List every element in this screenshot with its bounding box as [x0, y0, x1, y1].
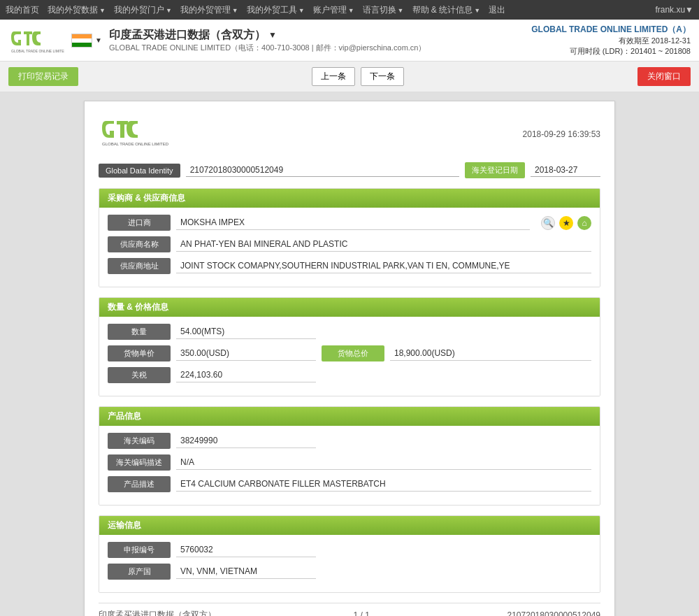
total-price-value: 18,900.00(USD) — [390, 347, 591, 361]
title-dropdown[interactable]: ▼ — [268, 30, 277, 40]
buyer-supplier-section: 采购商 & 供应商信息 进口商 MOKSHA IMPEX 🔍 ★ ⌂ 供应商名称… — [99, 188, 600, 287]
svg-text:GLOBAL TRADE ONLINE LIMITED: GLOBAL TRADE ONLINE LIMITED — [102, 142, 169, 146]
quantity-value: 54.00(MTS) — [176, 325, 316, 339]
origin-value: VN, VNM, VIETNAM — [176, 565, 316, 579]
header-bar: GLOBAL TRADE ONLINE LIMITED ▼ 印度孟买港进口数据（… — [0, 20, 699, 62]
nav-trade-data[interactable]: 我的外贸数据▼ — [48, 4, 106, 16]
svg-rect-2 — [27, 34, 29, 45]
quantity-price-section: 数量 & 价格信息 数量 54.00(MTS) 货物单价 350.00(USD)… — [99, 297, 600, 396]
header-left: GLOBAL TRADE ONLINE LIMITED ▼ 印度孟买港进口数据（… — [8, 24, 426, 56]
supplier-addr-row: 供应商地址 JOINT STOCK COMAPNY,SOUTHERN INDUS… — [108, 258, 591, 274]
star-icon[interactable]: ★ — [559, 216, 573, 230]
customs-date-label: 海关登记日期 — [465, 162, 525, 178]
card-footer-title: 印度孟买港进口数据（含双方） — [99, 609, 216, 616]
logo: GLOBAL TRADE ONLINE LIMITED — [8, 24, 64, 56]
card-footer-page: 1 / 1 — [354, 610, 370, 617]
product-section: 产品信息 海关编码 38249990 海关编码描述 N/A 产品描述 ET4 C… — [99, 406, 600, 506]
toolbar-right: 关闭窗口 — [637, 67, 691, 86]
supplier-row: 供应商名称 AN PHAT-YEN BAI MINERAL AND PLASTI… — [108, 236, 591, 252]
user-menu[interactable]: frank.xu▼ — [655, 5, 693, 15]
home-icon[interactable]: ⌂ — [577, 216, 591, 230]
search-icon[interactable]: 🔍 — [541, 216, 555, 230]
importer-value: MOKSHA IMPEX — [176, 216, 530, 230]
product-desc-label: 产品描述 — [108, 476, 171, 492]
tax-value: 224,103.60 — [176, 368, 316, 382]
buyer-supplier-body: 进口商 MOKSHA IMPEX 🔍 ★ ⌂ 供应商名称 AN PHAT-YEN… — [99, 208, 600, 287]
customs-desc-value: N/A — [176, 456, 591, 470]
prev-button[interactable]: 上一条 — [312, 67, 355, 86]
nav-home[interactable]: 我的首页 — [6, 4, 39, 16]
nav-management[interactable]: 我的外贸管理▼ — [180, 4, 238, 16]
nav-account[interactable]: 账户管理▼ — [313, 4, 354, 16]
quantity-row: 数量 54.00(MTS) — [108, 324, 591, 340]
transport-header: 运输信息 — [99, 516, 600, 535]
quantity-price-header: 数量 & 价格信息 — [99, 298, 600, 317]
nav-portal[interactable]: 我的外贸门户▼ — [114, 4, 172, 16]
nav-buttons: 上一条 下一条 — [312, 67, 404, 86]
origin-row: 原产国 VN, VNM, VIETNAM — [108, 564, 591, 580]
unit-price-value: 350.00(USD) — [176, 347, 316, 361]
svg-text:GLOBAL TRADE ONLINE LIMITED: GLOBAL TRADE ONLINE LIMITED — [11, 49, 64, 53]
origin-label: 原产国 — [108, 564, 171, 580]
flag-box: ▼ — [71, 34, 102, 48]
india-flag — [71, 34, 92, 48]
transport-body: 申报编号 5760032 原产国 VN, VNM, VIETNAM — [99, 535, 600, 592]
supplier-value: AN PHAT-YEN BAI MINERAL AND PLASTIC — [176, 238, 591, 252]
importer-label: 进口商 — [108, 215, 171, 231]
record-timestamp: 2018-09-29 16:39:53 — [523, 129, 600, 139]
svg-rect-6 — [120, 124, 124, 138]
global-data-value: 21072018030000512049 — [186, 164, 459, 177]
next-button[interactable]: 下一条 — [361, 67, 404, 86]
customs-code-row: 海关编码 38249990 — [108, 433, 591, 449]
flag-dropdown[interactable]: ▼ — [95, 36, 102, 44]
tax-row: 关税 224,103.60 — [108, 367, 591, 383]
price-row: 货物单价 350.00(USD) 货物总价 18,900.00(USD) — [108, 345, 591, 361]
buyer-supplier-header: 采购商 & 供应商信息 — [99, 189, 600, 208]
close-button[interactable]: 关闭窗口 — [637, 67, 691, 86]
company-name: GLOBAL TRADE ONLINE LIMITED（A） — [531, 24, 691, 36]
card-footer: 印度孟买港进口数据（含双方） 1 / 1 2107201803000051204… — [99, 603, 600, 616]
action-icons: 🔍 ★ ⌂ — [541, 216, 591, 230]
nav-language[interactable]: 语言切换▼ — [363, 4, 404, 16]
report-no-label: 申报编号 — [108, 542, 171, 558]
supplier-label: 供应商名称 — [108, 236, 171, 252]
nav-items: 我的首页 我的外贸数据▼ 我的外贸门户▼ 我的外贸管理▼ 我的外贸工具▼ 账户管… — [6, 4, 505, 16]
customs-desc-label: 海关编码描述 — [108, 454, 171, 471]
page-title: 印度孟买港进口数据（含双方） — [109, 28, 266, 43]
customs-date-value: 2018-03-27 — [531, 164, 600, 177]
tax-label: 关税 — [108, 367, 171, 383]
logo-svg: GLOBAL TRADE ONLINE LIMITED — [8, 24, 64, 56]
record-card: GLOBAL TRADE ONLINE LIMITED 2018-09-29 1… — [84, 101, 615, 616]
transport-section: 运输信息 申报编号 5760032 原产国 VN, VNM, VIETNAM — [99, 515, 600, 593]
product-desc-row: 产品描述 ET4 CALCIUM CARBONATE FILLER MASTER… — [108, 476, 591, 492]
record-logo-svg: GLOBAL TRADE ONLINE LIMITED — [99, 115, 182, 150]
product-header: 产品信息 — [99, 407, 600, 426]
svg-rect-5 — [117, 121, 128, 124]
svg-rect-1 — [24, 31, 32, 34]
header-right: GLOBAL TRADE ONLINE LIMITED（A） 有效期至 2018… — [531, 24, 691, 57]
nav-logout[interactable]: 退出 — [489, 4, 505, 16]
product-body: 海关编码 38249990 海关编码描述 N/A 产品描述 ET4 CALCIU… — [99, 426, 600, 505]
global-data-label: Global Data Identity — [99, 164, 180, 178]
quantity-price-body: 数量 54.00(MTS) 货物单价 350.00(USD) 货物总价 18,9… — [99, 317, 600, 396]
report-no-value: 5760032 — [176, 543, 316, 557]
unit-price-label: 货物单价 — [108, 345, 171, 361]
quantity-label: 数量 — [108, 324, 171, 340]
report-no-row: 申报编号 5760032 — [108, 542, 591, 558]
nav-tools[interactable]: 我的外贸工具▼ — [247, 4, 305, 16]
product-desc-value: ET4 CALCIUM CARBONATE FILLER MASTERBATCH — [176, 478, 591, 492]
customs-code-label: 海关编码 — [108, 433, 171, 449]
expire-date: 有效期至 2018-12-31 — [531, 36, 691, 46]
main-area: GLOBAL TRADE ONLINE LIMITED 2018-09-29 1… — [0, 92, 699, 616]
supplier-addr-label: 供应商地址 — [108, 258, 171, 274]
record-logo: GLOBAL TRADE ONLINE LIMITED — [99, 115, 182, 152]
customs-desc-row: 海关编码描述 N/A — [108, 454, 591, 471]
top-toolbar: 打印贸易记录 上一条 下一条 关闭窗口 — [0, 62, 699, 92]
toolbar-left: 打印贸易记录 — [8, 67, 78, 86]
print-button[interactable]: 打印贸易记录 — [8, 67, 78, 86]
nav-help[interactable]: 帮助 & 统计信息▼ — [412, 4, 481, 16]
card-footer-id: 21072018030000512049 — [507, 610, 600, 617]
header-subtitle: GLOBAL TRADE ONLINE LIMITED（电话：400-710-3… — [109, 43, 426, 53]
supplier-addr-value: JOINT STOCK COMAPNY,SOUTHERN INDUSTRIAL … — [176, 259, 591, 273]
identity-row: Global Data Identity 2107201803000051204… — [99, 162, 600, 178]
